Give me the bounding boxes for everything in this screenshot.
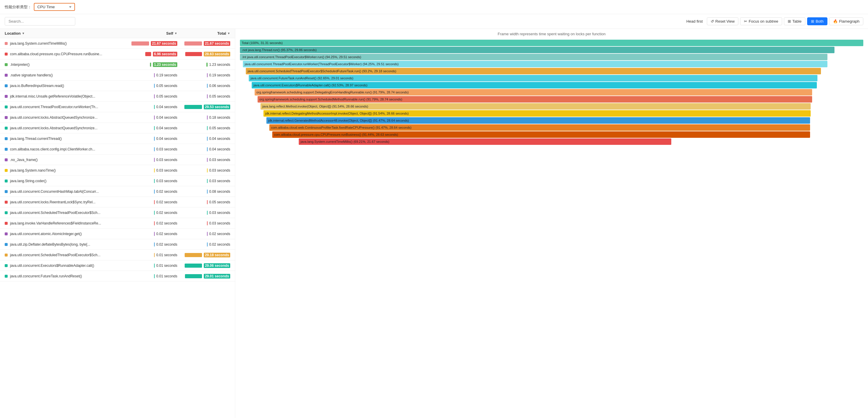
flame-bar[interactable]: java.lang.System.currentTimeMillis() (69…: [299, 138, 671, 145]
table-row[interactable]: java.util.concurrent.ThreadPoolExecutor.…: [0, 102, 235, 112]
self-bar-fill: [154, 243, 155, 247]
self-value: 0.02 seconds: [156, 211, 177, 215]
table-row[interactable]: java.util.concurrent.locks.AbstractQueue…: [0, 112, 235, 123]
focus-icon: ✂: [744, 19, 747, 24]
table-row[interactable]: java.lang.System.nanoTime()0.03 seconds0…: [0, 165, 235, 176]
self-bar-fill: [154, 94, 155, 98]
table-row[interactable]: java.util.concurrent.Executors$RunnableA…: [0, 260, 235, 271]
self-bar-container: [137, 168, 155, 172]
table-row[interactable]: java.util.concurrent.locks.AbstractQueue…: [0, 123, 235, 133]
total-cell: 0.03 seconds: [177, 179, 230, 183]
flame-bar[interactable]: java.util.concurrent.ScheduledThreadPool…: [246, 68, 821, 74]
location-sort-icon[interactable]: ▼: [22, 32, 25, 35]
flame-bar[interactable]: java.util.concurrent.FutureTask.runAndRe…: [249, 75, 817, 82]
table-button[interactable]: ⊞ Table: [784, 17, 805, 25]
total-cell: 0.03 seconds: [177, 211, 230, 215]
table-row[interactable]: java.lang.System.currentTimeMillis()21.6…: [0, 38, 235, 49]
self-bar-fill: [154, 179, 155, 183]
perf-type-select[interactable]: CPU Time Wall Clock Time Alloc: [34, 3, 75, 11]
location-cell: java.lang.String.coder(): [5, 179, 124, 183]
reset-view-button[interactable]: ↺ Reset View: [707, 17, 739, 25]
location-cell: java.util.concurrent.ThreadPoolExecutor.…: [5, 105, 124, 109]
table-row[interactable]: java.util.concurrent.atomic.AtomicIntege…: [0, 229, 235, 239]
flame-bar[interactable]: com.alibaba.cloud.pressure.cpu.CPUPressu…: [272, 131, 810, 138]
total-value: 0.02 seconds: [209, 243, 230, 247]
total-value: 29.18 seconds: [204, 253, 230, 257]
flamegraph-title: Frame width represents time spent waitin…: [240, 32, 863, 36]
total-bar-fill: [207, 168, 208, 172]
self-value: 0.04 seconds: [156, 126, 177, 130]
flame-bar[interactable]: java.lang.reflect.Method.invoke(Object, …: [260, 103, 811, 109]
table-row[interactable]: java.util.concurrent.ScheduledThreadPool…: [0, 250, 235, 260]
total-bar-container: [190, 73, 208, 77]
self-bar-fill: [154, 137, 155, 141]
location-text: java.lang.System.nanoTime(): [10, 168, 56, 172]
table-row[interactable]: java.util.concurrent.ScheduledThreadPool…: [0, 207, 235, 218]
flamegraph-button[interactable]: 🔥 Flamegraph: [829, 17, 863, 25]
table-row[interactable]: java.lang.invoke.VarHandleReferences$Fie…: [0, 218, 235, 229]
table-panel: Location ▼ Self ▼ Total ▼ java.lang.Syst…: [0, 29, 235, 418]
self-value: 21.67 seconds: [151, 41, 177, 46]
self-sort-icon[interactable]: ▼: [174, 32, 177, 35]
table-row[interactable]: java.util.concurrent.ConcurrentHashMap.t…: [0, 186, 235, 197]
total-value: 0.03 seconds: [209, 158, 230, 162]
flame-bar[interactable]: org.springframework.scheduling.support.S…: [257, 96, 812, 102]
table-row[interactable]: jdk.internal.misc.Unsafe.getReferenceVol…: [0, 91, 235, 102]
search-input[interactable]: [5, 17, 75, 26]
self-bar-fill: [154, 116, 155, 120]
flame-bar[interactable]: java.util.concurrent.ThreadPoolExecutor.…: [243, 61, 828, 67]
self-bar-fill: [154, 221, 155, 225]
table-row[interactable]: .no_Java_frame()0.03 seconds0.03 seconds: [0, 155, 235, 165]
flame-bar[interactable]: org.springframework.scheduling.support.D…: [255, 89, 812, 96]
flame-bar[interactable]: .not java.lang.Thread.run() (95.37%, 29.…: [240, 47, 835, 53]
table-row[interactable]: java.io.BufferedInputStream.read()0.05 s…: [0, 80, 235, 91]
location-text: java.util.concurrent.atomic.AtomicIntege…: [10, 232, 82, 236]
total-cell: 0.05 seconds: [177, 94, 230, 98]
total-bar-container: [184, 253, 202, 257]
location-text: .no_Java_frame(): [10, 158, 38, 162]
location-text: jdk.internal.misc.Unsafe.getReferenceVol…: [10, 94, 95, 98]
color-indicator: [5, 42, 8, 45]
self-cell: 0.04 seconds: [124, 137, 177, 141]
table-row[interactable]: java.lang.Thread.currentThread()0.04 sec…: [0, 133, 235, 144]
table-row[interactable]: .native signature handlers()0.19 seconds…: [0, 70, 235, 80]
self-bar-fill: [154, 274, 155, 278]
location-text: java.util.concurrent.FutureTask.runAndRe…: [10, 274, 82, 278]
flame-bar[interactable]: jdk.internal.reflect.GeneratedMethodAcce…: [267, 117, 810, 124]
flame-bar[interactable]: java.util.concurrent.Executors$RunnableA…: [252, 82, 817, 89]
total-sort-icon[interactable]: ▼: [227, 32, 230, 35]
total-cell: 0.03 seconds: [177, 168, 230, 172]
table-row[interactable]: com.alibaba.nacos.client.config.impl.Cli…: [0, 144, 235, 155]
focus-subtree-button[interactable]: ✂ Focus on subtree: [740, 17, 782, 25]
flame-bar[interactable]: com.alibaba.cloud.web.ContinuousProfiler…: [269, 124, 810, 131]
both-button[interactable]: ⊞ Both: [807, 17, 828, 25]
self-bar-fill: [154, 147, 155, 151]
total-cell: 29.06 seconds: [177, 263, 230, 268]
table-row[interactable]: java.util.concurrent.FutureTask.runAndRe…: [0, 271, 235, 282]
flame-bar[interactable]: Total (100%, 31.31 seconds): [240, 40, 863, 46]
table-row[interactable]: com.alibaba.cloud.pressure.cpu.CPUPressu…: [0, 49, 235, 59]
self-value: 0.02 seconds: [156, 221, 177, 225]
total-value: 21.67 seconds: [204, 41, 230, 46]
self-bar-container: [137, 137, 155, 141]
view-controls: Head first ↺ Reset View ✂ Focus on subtr…: [686, 17, 863, 25]
head-first-label: Head first: [686, 19, 703, 24]
table-row[interactable]: java.lang.String.coder()0.03 seconds0.03…: [0, 176, 235, 186]
total-bar-fill: [185, 253, 202, 257]
location-cell: .native signature handlers(): [5, 73, 124, 77]
flame-bar[interactable]: jdk.internal.reflect.DelegatingMethodAcc…: [264, 110, 811, 117]
table-row[interactable]: .Interpreter()1.23 seconds1.23 seconds: [0, 59, 235, 70]
location-cell: java.util.concurrent.locks.AbstractQueue…: [5, 126, 124, 130]
self-header: Self ▼: [124, 31, 177, 36]
total-bar-fill: [207, 84, 208, 88]
total-value: 0.04 seconds: [209, 147, 230, 151]
flame-bar[interactable]: .Int java.util.concurrent.ThreadPoolExec…: [240, 54, 828, 60]
content-area: Location ▼ Self ▼ Total ▼ java.lang.Syst…: [0, 29, 868, 418]
self-value: 0.03 seconds: [156, 147, 177, 151]
table-row[interactable]: java.util.zip.Deflater.deflateBytesBytes…: [0, 239, 235, 250]
table-row[interactable]: java.util.concurrent.locks.ReentrantLock…: [0, 197, 235, 207]
self-value: 0.19 seconds: [156, 73, 177, 77]
self-bar-container: [137, 232, 155, 236]
self-cell: 0.02 seconds: [124, 190, 177, 194]
self-value: 0.02 seconds: [156, 243, 177, 247]
